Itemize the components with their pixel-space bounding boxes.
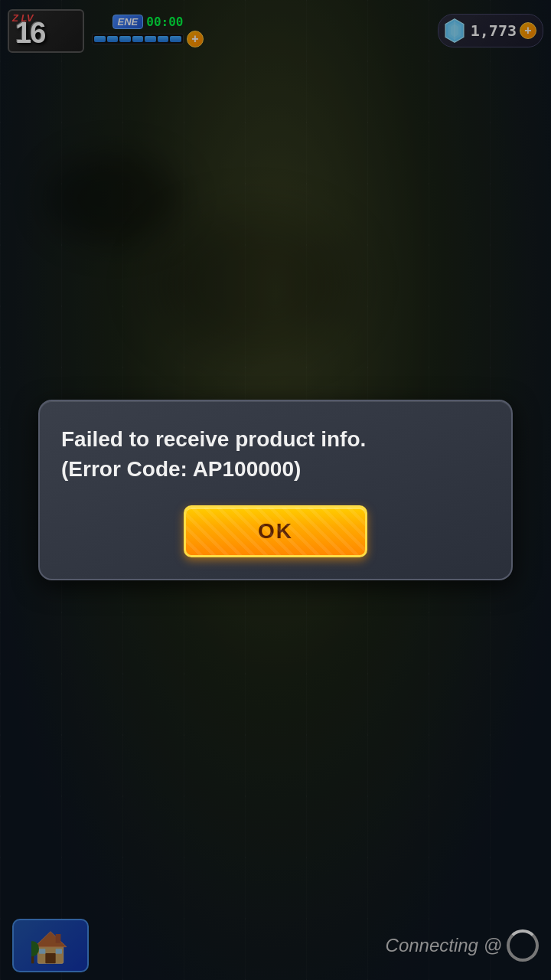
dialog-ok-button[interactable]: OK <box>184 505 367 557</box>
dialog-overlay: Failed to receive product info.(Error Co… <box>0 0 551 980</box>
dialog-message: Failed to receive product info.(Error Co… <box>61 424 490 484</box>
error-dialog: Failed to receive product info.(Error Co… <box>38 400 513 580</box>
